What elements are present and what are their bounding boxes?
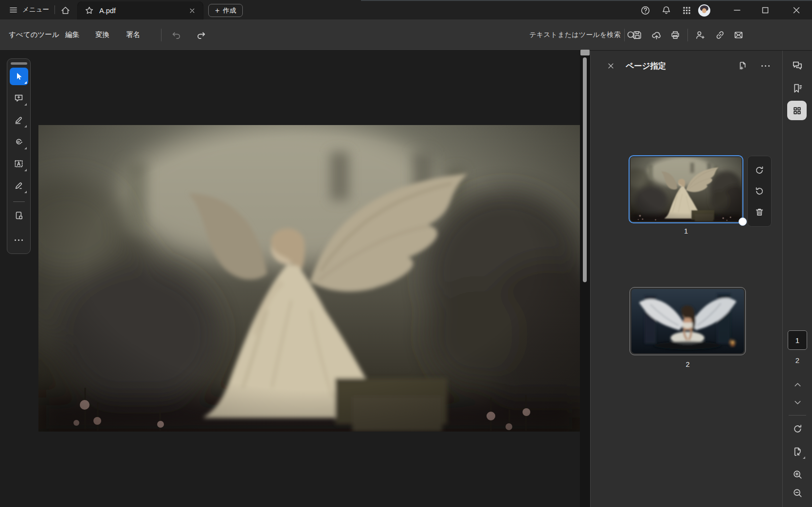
page-2-label: 2 <box>630 361 746 368</box>
bookmarks-panel-button[interactable] <box>791 82 804 94</box>
divider <box>789 415 806 416</box>
zoom-in-button[interactable] <box>791 468 804 481</box>
highlight-tool-button[interactable] <box>10 111 28 129</box>
more-icon <box>15 239 23 241</box>
trash-icon <box>754 207 765 217</box>
previous-page-button[interactable] <box>791 378 804 391</box>
select-tool-button[interactable] <box>10 68 28 85</box>
request-signature-button[interactable] <box>693 28 707 42</box>
window-close-button[interactable] <box>790 4 803 17</box>
add-comment-tool-button[interactable] <box>10 90 28 107</box>
link-button[interactable] <box>713 28 727 42</box>
draw-icon <box>14 137 24 147</box>
page-thumbnails-button[interactable] <box>787 101 807 120</box>
star-icon[interactable] <box>85 6 94 15</box>
add-comment-icon <box>14 93 24 103</box>
document-tab[interactable]: A.pdf <box>77 1 203 19</box>
print-button[interactable] <box>668 28 682 42</box>
workspace: ページ指定 <box>0 51 812 507</box>
rotate-cw-icon <box>792 423 803 435</box>
rotate-ccw-button[interactable] <box>754 186 765 197</box>
apps-grid-icon <box>682 6 691 15</box>
all-tools-button[interactable]: すべてのツール <box>7 19 61 50</box>
plus-icon: + <box>215 7 219 15</box>
fill-sign-tool-button[interactable] <box>10 177 28 195</box>
page-thumbnail-2[interactable] <box>630 287 746 355</box>
chevron-down-icon <box>793 398 803 408</box>
search-label: テキストまたはツールを検索 <box>529 31 621 39</box>
palette-drag-handle[interactable] <box>11 62 27 65</box>
chevron-up-icon <box>793 380 803 390</box>
home-button[interactable] <box>58 4 72 16</box>
palette-more-button[interactable] <box>10 232 28 249</box>
email-icon <box>733 30 744 40</box>
zoom-in-icon <box>792 469 803 480</box>
selection-handle[interactable] <box>739 217 747 226</box>
apps-button[interactable] <box>680 4 693 17</box>
add-page-button[interactable] <box>735 58 750 73</box>
comments-panel-button[interactable] <box>791 59 804 72</box>
window-top-edge <box>361 0 812 1</box>
page-thumbnails-icon <box>792 106 802 116</box>
redo-button[interactable] <box>195 28 208 42</box>
search-control[interactable]: テキストまたはツールを検索 <box>526 27 639 43</box>
menu-label: メニュー <box>22 5 49 14</box>
rotate-cw-button[interactable] <box>754 165 765 176</box>
request-signature-icon <box>695 30 705 40</box>
more-icon <box>761 65 770 67</box>
organize-pages-icon <box>14 210 24 220</box>
rotate-view-button[interactable] <box>791 422 804 435</box>
select-arrow-icon <box>14 72 24 81</box>
pdf-page-1[interactable] <box>38 125 580 432</box>
link-icon <box>715 30 725 40</box>
panel-title: ページ指定 <box>626 61 666 72</box>
current-page-indicator[interactable]: 1 <box>788 330 807 350</box>
select-text-tool-button[interactable] <box>10 155 28 173</box>
thumbnail-actions <box>747 156 772 227</box>
panel-more-button[interactable] <box>758 58 773 73</box>
help-button[interactable] <box>639 4 651 17</box>
organize-pages-button[interactable] <box>10 207 28 224</box>
sign-button[interactable]: 署名 <box>124 19 142 50</box>
print-icon <box>670 30 681 40</box>
cloud-upload-button[interactable] <box>650 28 663 42</box>
minimize-icon <box>732 5 742 15</box>
draw-tool-button[interactable] <box>10 133 28 151</box>
home-icon <box>60 5 71 16</box>
menu-button[interactable]: メニュー <box>6 3 52 16</box>
save-button[interactable] <box>631 28 644 42</box>
maximize-icon <box>760 5 770 15</box>
canvas-scrollbar[interactable] <box>580 51 590 507</box>
tool-palette <box>7 58 31 254</box>
select-text-icon <box>14 159 24 169</box>
cloud-upload-icon <box>651 30 662 41</box>
maximize-button[interactable] <box>759 4 772 17</box>
tab-close-button[interactable] <box>187 5 198 16</box>
next-page-button[interactable] <box>791 396 804 409</box>
tab-close-icon <box>189 7 196 14</box>
export-page-button[interactable] <box>791 445 804 458</box>
create-button[interactable]: + 作成 <box>208 4 243 17</box>
divider <box>624 29 625 41</box>
titlebar: メニュー A.pdf + 作成 <box>0 0 812 19</box>
add-page-icon <box>737 60 748 71</box>
scrollbar-cap[interactable] <box>580 50 590 55</box>
email-button[interactable] <box>732 28 745 42</box>
convert-button[interactable]: 変換 <box>93 19 111 50</box>
edit-button[interactable]: 編集 <box>63 19 81 50</box>
page-1-label: 1 <box>629 227 743 235</box>
zoom-out-button[interactable] <box>791 487 804 499</box>
minimize-button[interactable] <box>731 4 743 17</box>
delete-page-button[interactable] <box>754 207 765 217</box>
divider <box>54 5 55 14</box>
notifications-button[interactable] <box>660 4 672 17</box>
scrollbar-thumb[interactable] <box>583 57 587 282</box>
rotate-ccw-icon <box>754 186 765 197</box>
page-thumbnail-1[interactable] <box>629 155 743 223</box>
tab-title: A.pdf <box>99 7 187 15</box>
right-rail: 1 2 <box>782 51 812 507</box>
panel-close-button[interactable] <box>604 59 617 72</box>
avatar[interactable] <box>698 4 710 17</box>
undo-button[interactable] <box>169 28 183 42</box>
window-close-icon <box>792 5 801 15</box>
